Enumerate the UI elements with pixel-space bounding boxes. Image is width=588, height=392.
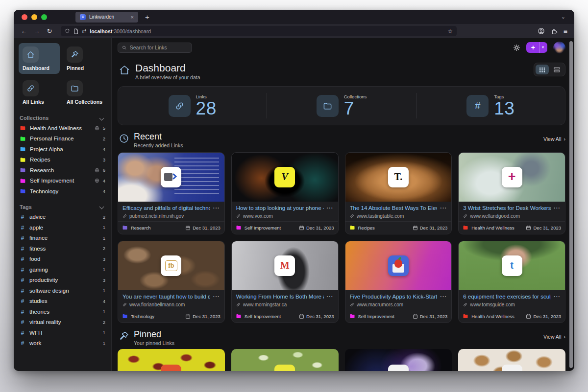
card-menu-icon[interactable]: ··· — [440, 205, 447, 211]
link-title[interactable]: Efficacy and pitfalls of digital technol… — [122, 205, 210, 211]
tag-item[interactable]: #productivity3 — [19, 275, 106, 286]
card-collection-name[interactable]: Recipes — [358, 225, 410, 231]
collection-item[interactable]: Self Improvement 4 — [19, 176, 106, 186]
pinned-link-thumbnail[interactable] — [231, 349, 339, 371]
back-icon[interactable]: ← — [19, 27, 29, 35]
link-card[interactable]: t 6 equipment free exercises for sculpti… — [458, 241, 565, 323]
link-title[interactable]: Five Productivity Apps to Kick-Start the… — [350, 294, 438, 300]
zoom-window-button[interactable] — [41, 14, 47, 20]
link-title[interactable]: Working From Home Is Both More and L... — [236, 294, 324, 300]
chevron-right-icon: › — [564, 334, 566, 340]
card-menu-icon[interactable]: ··· — [440, 294, 447, 300]
collection-item[interactable]: Recipes 3 — [19, 155, 106, 165]
link-title[interactable]: 3 Wrist Stretches for Desk Workers to D.… — [463, 205, 551, 211]
account-icon[interactable] — [538, 27, 545, 35]
link-card[interactable]: M Working From Home Is Both More and L..… — [231, 241, 339, 323]
url-text[interactable]: localhost:3000/dashboard — [90, 28, 444, 34]
link-card[interactable]: Efficacy and pitfalls of digital technol… — [118, 152, 225, 234]
pinned-link-thumbnail[interactable] — [118, 349, 225, 371]
theme-toggle-sun-icon[interactable] — [513, 44, 520, 51]
collection-item[interactable]: Research 6 — [19, 165, 106, 176]
collection-item[interactable]: Technology 4 — [19, 186, 106, 197]
plus-icon: + — [526, 43, 539, 52]
card-collection-name[interactable]: Health And Wellness — [471, 225, 523, 231]
sidebar-item-all-links[interactable]: All Links — [19, 77, 60, 108]
tag-item[interactable]: #work1 — [19, 338, 106, 349]
card-collection-name[interactable]: Self Improvement — [245, 314, 296, 319]
minimize-window-button[interactable] — [31, 14, 37, 20]
card-collection-name[interactable]: Self Improvement — [358, 314, 410, 319]
sidebar-item-all-collections[interactable]: All Collections — [63, 77, 106, 108]
card-menu-icon[interactable]: ··· — [213, 294, 220, 300]
link-card[interactable]: V How to stop looking at your phone - Vo… — [231, 152, 339, 234]
folder-icon — [20, 136, 26, 142]
add-new-button[interactable]: + ▾ — [526, 42, 547, 53]
search-input-wrapper[interactable] — [118, 43, 192, 53]
collection-name: Self Improvement — [30, 178, 91, 184]
link-card[interactable]: Five Productivity Apps to Kick-Start the… — [345, 241, 452, 323]
close-window-button[interactable] — [22, 14, 27, 20]
tag-item[interactable]: #finance1 — [19, 233, 106, 244]
scrollbar[interactable] — [569, 41, 573, 368]
card-collection-name[interactable]: Self Improvement — [245, 225, 296, 231]
url-bar[interactable]: ⇄ localhost:3000/dashboard ☆ — [61, 26, 457, 36]
sidebar-item-pinned[interactable]: Pinned — [63, 43, 106, 74]
card-menu-icon[interactable]: ··· — [554, 294, 561, 300]
card-menu-icon[interactable]: ··· — [327, 205, 334, 211]
user-avatar[interactable] — [553, 42, 565, 54]
link-card[interactable]: T. The 14 Absolute Best Ways To Elevate … — [345, 152, 452, 234]
link-url: www.florianbellmann.com — [129, 302, 185, 307]
card-collection-name[interactable]: Research — [131, 225, 182, 231]
recent-view-all-link[interactable]: View All › — [543, 136, 565, 142]
search-input[interactable] — [130, 45, 188, 50]
card-menu-icon[interactable]: ··· — [554, 205, 561, 211]
link-title[interactable]: How to stop looking at your phone - Vox — [236, 205, 324, 211]
recent-subtitle: Recently added Links — [134, 142, 183, 148]
browser-tab[interactable]: Linkwarden × — [75, 12, 138, 23]
forward-icon[interactable]: → — [31, 27, 42, 35]
extensions-icon[interactable] — [551, 28, 558, 35]
tab-list-chevron-icon[interactable]: ⌄ — [561, 14, 565, 20]
shield-icon[interactable] — [65, 28, 70, 34]
pinned-view-all-link[interactable]: View All › — [543, 334, 565, 340]
tags-section-header[interactable]: Tags — [20, 204, 105, 210]
sidebar-item-dashboard[interactable]: Dashboard — [19, 43, 60, 74]
card-collection-name[interactable]: Health And Wellness — [471, 314, 523, 319]
card-menu-icon[interactable]: ··· — [213, 205, 220, 211]
link-title[interactable]: 6 equipment free exercises for sculpting… — [463, 294, 551, 300]
tag-item[interactable]: #studies4 — [19, 296, 106, 307]
link-title[interactable]: You are never taught how to build qualit… — [122, 294, 210, 300]
permissions-icon[interactable]: ⇄ — [82, 28, 86, 34]
tag-item[interactable]: #software design1 — [19, 285, 106, 296]
pinned-link-thumbnail[interactable] — [458, 349, 565, 371]
page-info-icon[interactable] — [74, 28, 78, 34]
link-card[interactable]: + 3 Wrist Stretches for Desk Workers to … — [458, 152, 565, 234]
card-menu-icon[interactable]: ··· — [327, 294, 334, 300]
collection-item[interactable]: Project Alpha 4 — [19, 144, 106, 155]
link-card[interactable]: fb You are never taught how to build qua… — [118, 241, 225, 323]
tag-item[interactable]: #virtual reality2 — [19, 317, 106, 328]
list-view-button[interactable] — [550, 65, 564, 74]
reload-icon[interactable]: ↻ — [44, 27, 55, 35]
tag-name: gaming — [29, 267, 98, 273]
pinned-link-thumbnail[interactable] — [345, 349, 452, 371]
tag-item[interactable]: #apple1 — [19, 222, 106, 233]
caret-down-icon[interactable]: ▾ — [539, 42, 547, 53]
tag-item[interactable]: #gaming1 — [19, 264, 106, 275]
tag-item[interactable]: #fitness2 — [19, 243, 106, 254]
link-title[interactable]: The 14 Absolute Best Ways To Elevate Fr.… — [350, 205, 438, 211]
tag-name: work — [29, 340, 98, 346]
tag-item[interactable]: #food3 — [19, 254, 106, 265]
tab-close-icon[interactable]: × — [131, 14, 134, 20]
tag-item[interactable]: #theories1 — [19, 306, 106, 317]
tag-item[interactable]: #WFH1 — [19, 327, 106, 338]
card-collection-name[interactable]: Technology — [131, 314, 182, 319]
tag-item[interactable]: #advice2 — [19, 212, 106, 223]
collections-section-header[interactable]: Collections — [20, 115, 105, 121]
collection-item[interactable]: Personal Finance 2 — [19, 134, 106, 144]
menu-icon[interactable]: ≡ — [564, 27, 567, 35]
grid-view-button[interactable] — [536, 65, 549, 74]
collection-item[interactable]: Health And Wellness 5 — [19, 123, 106, 134]
bookmark-star-icon[interactable]: ☆ — [447, 28, 453, 35]
new-tab-button[interactable]: + — [145, 13, 149, 21]
